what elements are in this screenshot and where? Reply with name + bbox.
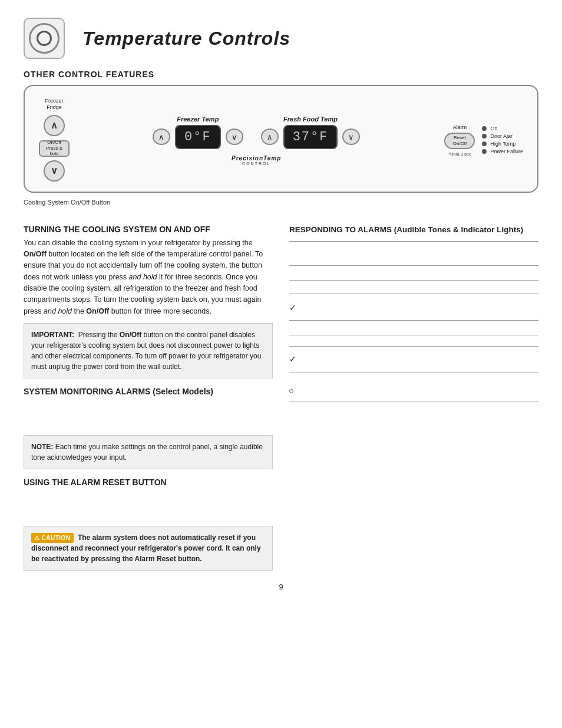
responding-alarms-heading: RESPONDING TO ALARMS (Audible Tones & In… bbox=[289, 225, 538, 236]
important-box: IMPORTANT: Pressing the On/Off button on… bbox=[24, 323, 273, 378]
page-number: 9 bbox=[24, 582, 538, 591]
dot-door-ajar bbox=[482, 134, 487, 139]
col-right: RESPONDING TO ALARMS (Audible Tones & In… bbox=[289, 216, 538, 571]
up-arrow-btn[interactable]: ∧ bbox=[44, 115, 65, 136]
freezer-temp-display: 0°F bbox=[175, 125, 221, 149]
alarm-check-row-2: ✓ bbox=[289, 353, 538, 365]
hr-line-1 bbox=[289, 280, 538, 281]
col-left: TURNING THE COOLING SYSTEM ON AND OFF Yo… bbox=[24, 216, 273, 571]
main-two-col: TURNING THE COOLING SYSTEM ON AND OFF Yo… bbox=[24, 216, 538, 571]
alarm-section: Alarm ResetOn/Off *Hold 3 sec On Door Aj… bbox=[444, 124, 523, 157]
alarm-circle-row bbox=[289, 387, 538, 395]
dot-on bbox=[482, 126, 487, 131]
alarm-controls: Alarm ResetOn/Off *Hold 3 sec bbox=[444, 124, 475, 157]
indicator-on: On bbox=[482, 126, 523, 131]
note-label: NOTE: bbox=[31, 443, 53, 451]
checkmark-2: ✓ bbox=[289, 354, 296, 364]
alarm-row-6 bbox=[289, 373, 538, 401]
alarm-row-3: ✓ bbox=[289, 294, 538, 320]
alarm-row-4 bbox=[289, 320, 538, 346]
down-arrow-btn[interactable]: ∨ bbox=[44, 160, 65, 182]
dot-power-failure bbox=[482, 149, 487, 154]
fresh-food-temp-section: Fresh Food Temp ∧ 37°F ∨ bbox=[261, 116, 361, 149]
caution-box: CAUTION The alarm system does not automa… bbox=[24, 526, 273, 571]
alarm-bottom-hr bbox=[289, 401, 538, 401]
precision-temp-label: PrecisionTemp bbox=[232, 155, 281, 162]
hold-text: *Hold 3 sec bbox=[448, 151, 471, 157]
using-alarm-reset-heading: USING THE ALARM RESET BUTTON bbox=[24, 477, 273, 487]
panel-right-alarm: Alarm ResetOn/Off *Hold 3 sec On Door Aj… bbox=[444, 124, 523, 157]
alarm-reset-spacer bbox=[24, 490, 273, 520]
section-other-controls-label: OTHER CONTROL FEATURES bbox=[24, 70, 538, 79]
alarm-row-1 bbox=[289, 241, 538, 265]
onoff-btn[interactable]: On/OffPress &hold bbox=[39, 140, 70, 157]
caution-badge: CAUTION bbox=[31, 533, 74, 543]
page-title: Temperature Controls bbox=[82, 28, 290, 50]
page-header: Temperature Controls bbox=[24, 18, 538, 59]
freezer-temp-label: Freezer Temp bbox=[177, 116, 219, 123]
logo bbox=[24, 18, 65, 59]
reset-onoff-btn[interactable]: ResetOn/Off bbox=[444, 133, 475, 149]
logo-icon bbox=[29, 23, 59, 54]
left-spacer bbox=[24, 400, 273, 435]
system-monitoring-label: SYSTEM MONITORING ALARMS bbox=[24, 387, 150, 396]
indicator-power-failure-label: Power Failure bbox=[490, 149, 523, 154]
fresh-food-up-btn[interactable]: ∧ bbox=[261, 129, 279, 145]
important-label: IMPORTANT: bbox=[31, 331, 74, 339]
freezer-down-btn[interactable]: ∨ bbox=[226, 129, 243, 145]
note-box: NOTE: Each time you make settings on the… bbox=[24, 435, 273, 469]
alarm-row-2 bbox=[289, 265, 538, 294]
turning-cooling-body: You can disable the cooling system in yo… bbox=[24, 238, 273, 318]
alarm-rows: ✓ ✓ bbox=[289, 241, 538, 401]
small-circle-indicator bbox=[289, 389, 293, 393]
indicator-on-label: On bbox=[490, 126, 497, 131]
indicator-power-failure: Power Failure bbox=[482, 149, 523, 154]
system-monitoring-heading: SYSTEM MONITORING ALARMS (Select Models) bbox=[24, 387, 273, 396]
fresh-food-temp-display: 37°F bbox=[283, 125, 338, 149]
freezer-fridge-label: FreezerFridge bbox=[45, 98, 63, 111]
indicator-door-ajar: Door Ajar bbox=[482, 133, 523, 139]
freezer-temp-section: Freezer Temp ∧ 0°F ∨ bbox=[153, 116, 243, 149]
alarm-label: Alarm bbox=[453, 124, 467, 130]
hr-line-2 bbox=[289, 335, 538, 335]
alarm-indicators: On Door Ajar High Temp Power Failur bbox=[482, 126, 523, 154]
freezer-up-btn[interactable]: ∧ bbox=[153, 129, 170, 145]
dot-high-temp bbox=[482, 141, 487, 146]
indicator-high-temp-label: High Temp bbox=[490, 141, 515, 147]
system-monitoring-sub: (Select Models) bbox=[153, 387, 213, 396]
panel-left-controls: FreezerFridge ∧ On/OffPress &hold ∨ bbox=[39, 98, 70, 183]
panel-center-temps: Freezer Temp ∧ 0°F ∨ Fresh Food Temp ∧ 3… bbox=[80, 116, 432, 166]
checkmark-1: ✓ bbox=[289, 303, 296, 312]
alarm-row-5: ✓ bbox=[289, 346, 538, 373]
note-text: Each time you make settings on the contr… bbox=[31, 443, 263, 462]
fresh-food-temp-label: Fresh Food Temp bbox=[283, 116, 338, 123]
control-panel-diagram: FreezerFridge ∧ On/OffPress &hold ∨ Free… bbox=[24, 85, 538, 193]
diagram-caption: Cooling System On/Off Button bbox=[24, 199, 538, 206]
indicator-door-ajar-label: Door Ajar bbox=[490, 133, 513, 139]
alarm-check-row-1: ✓ bbox=[289, 301, 538, 314]
indicator-high-temp: High Temp bbox=[482, 141, 523, 147]
precision-temp-sub: CONTROL bbox=[242, 162, 270, 166]
turning-cooling-heading: TURNING THE COOLING SYSTEM ON AND OFF bbox=[24, 225, 273, 234]
fresh-food-down-btn[interactable]: ∨ bbox=[342, 129, 360, 145]
